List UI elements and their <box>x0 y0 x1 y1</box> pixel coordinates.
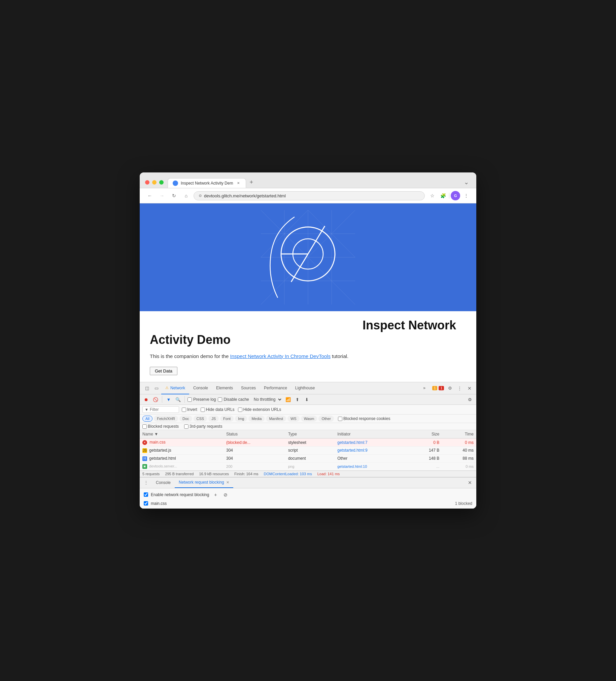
row-name-main-css[interactable]: ✕ main.css <box>140 438 223 447</box>
add-pattern-button[interactable]: + <box>212 491 219 499</box>
clear-button[interactable]: 🚫 <box>152 396 159 403</box>
invert-checkbox[interactable]: Invert <box>182 407 197 412</box>
active-tab[interactable]: Inspect Network Activity Dem ✕ <box>168 178 246 188</box>
new-tab-button[interactable]: + <box>246 177 257 188</box>
close-button[interactable] <box>145 180 150 184</box>
type-btn-manifest[interactable]: Manifest <box>266 415 286 422</box>
tab-network[interactable]: ⚠ Network <box>161 382 189 395</box>
tab-console-bottom[interactable]: Console <box>152 477 175 488</box>
blocking-item[interactable]: main.css 1 blocked <box>144 501 472 506</box>
maximize-button[interactable] <box>159 180 164 184</box>
clear-patterns-button[interactable]: ⊘ <box>222 491 229 499</box>
bookmark-icon[interactable]: ☆ <box>428 191 437 200</box>
download-icon[interactable]: ⬇ <box>303 396 311 403</box>
url-bar[interactable]: ⚙ devtools.glitch.me/network/getstarted.… <box>193 191 425 200</box>
filter-input-wrapper[interactable]: ▼ <box>142 406 179 413</box>
table-row[interactable]: JS getstarted.js 304 script getstarted.h… <box>140 446 476 454</box>
tab-network-request-blocking-close[interactable]: ✕ <box>226 480 229 485</box>
wifi-icon[interactable]: 📶 <box>285 396 292 403</box>
type-btn-css[interactable]: CSS <box>193 415 207 422</box>
window-chevron-icon[interactable]: ⌄ <box>462 176 471 188</box>
get-data-button[interactable]: Get Data <box>150 367 178 375</box>
col-type[interactable]: Type <box>286 430 334 438</box>
row-initiator-devtools[interactable]: getstarted.html:10 <box>334 462 409 470</box>
bottom-panel-close-button[interactable]: ✕ <box>466 479 474 486</box>
type-btn-media[interactable]: Media <box>248 415 265 422</box>
table-row[interactable]: H getstarted.html 304 document Other 148… <box>140 454 476 462</box>
third-party-input[interactable] <box>184 424 188 429</box>
tab-elements[interactable]: Elements <box>212 382 237 395</box>
type-btn-font[interactable]: Font <box>220 415 234 422</box>
devtools-more-icon[interactable]: ⋮ <box>455 384 464 393</box>
tab-close-button[interactable]: ✕ <box>236 180 241 186</box>
table-row[interactable]: ✕ main.css (blocked:de... stylesheet get… <box>140 438 476 447</box>
type-btn-img[interactable]: Img <box>235 415 247 422</box>
col-status[interactable]: Status <box>223 430 286 438</box>
row-name-getstarted-js[interactable]: JS getstarted.js <box>140 446 223 454</box>
invert-input[interactable] <box>182 407 186 412</box>
reload-button[interactable]: ↻ <box>169 191 179 200</box>
filter-icon[interactable]: ▼ <box>165 396 172 403</box>
hide-ext-urls-checkbox[interactable]: Hide extension URLs <box>238 407 282 412</box>
row-initiator-getstarted-js[interactable]: getstarted.html:9 <box>334 446 409 454</box>
col-initiator[interactable]: Initiator <box>334 430 409 438</box>
network-table-container[interactable]: Name ▼ Status Type Initiator Size Time ✕… <box>140 430 476 471</box>
table-row[interactable]: ▣ devtools.server... 200 png getstarted.… <box>140 462 476 470</box>
tab-sources[interactable]: Sources <box>237 382 260 395</box>
col-name[interactable]: Name ▼ <box>140 430 223 438</box>
preserve-log-checkbox[interactable]: Preserve log <box>187 397 216 402</box>
blocked-requests-check[interactable]: Blocked requests <box>142 424 179 429</box>
blocked-response-cookies-check[interactable]: Blocked response cookies <box>338 416 390 421</box>
row-time-devtools: 0 ms <box>442 462 476 470</box>
home-button[interactable]: ⌂ <box>182 191 191 200</box>
row-name-getstarted-html[interactable]: H getstarted.html <box>140 454 223 462</box>
type-btn-wasm[interactable]: Wasm <box>301 415 317 422</box>
type-btn-js[interactable]: JS <box>208 415 219 422</box>
tab-console[interactable]: Console <box>189 382 212 395</box>
tab-performance[interactable]: Performance <box>260 382 291 395</box>
enable-blocking-checkbox[interactable] <box>144 493 148 497</box>
network-table: Name ▼ Status Type Initiator Size Time ✕… <box>140 430 476 471</box>
col-time[interactable]: Time <box>442 430 476 438</box>
profile-avatar[interactable]: G <box>451 191 460 200</box>
hide-data-urls-input[interactable] <box>200 407 205 412</box>
third-party-check[interactable]: 3rd-party requests <box>184 424 222 429</box>
minimize-button[interactable] <box>152 180 157 184</box>
type-btn-doc[interactable]: Doc <box>180 415 192 422</box>
tab-lighthouse[interactable]: Lighthouse <box>291 382 319 395</box>
bottom-panel-menu-icon[interactable]: ⋮ <box>142 479 150 486</box>
chrome-menu-icon[interactable]: ⋮ <box>461 191 471 200</box>
extension-icon[interactable]: 🧩 <box>438 191 448 200</box>
devtools-settings-icon[interactable]: ⚙ <box>445 384 455 393</box>
devtools-elements-icon[interactable]: ▭ <box>152 384 161 393</box>
type-btn-all[interactable]: All <box>142 415 153 422</box>
network-settings-icon[interactable]: ⚙ <box>466 396 474 403</box>
tab-network-request-blocking[interactable]: Network request blocking ✕ <box>175 477 233 488</box>
site-info-icon[interactable]: ⚙ <box>198 194 202 198</box>
devtools-device-icon[interactable]: ◫ <box>142 384 152 393</box>
hide-data-urls-checkbox[interactable]: Hide data URLs <box>200 407 235 412</box>
blocked-requests-input[interactable] <box>142 424 147 429</box>
disable-cache-checkbox[interactable]: Disable cache <box>218 397 249 402</box>
throttle-select[interactable]: No throttling <box>251 396 283 403</box>
disable-cache-input[interactable] <box>218 397 222 402</box>
more-tabs-button[interactable]: » <box>419 382 430 395</box>
hide-ext-urls-input[interactable] <box>238 407 242 412</box>
preserve-log-input[interactable] <box>187 397 192 402</box>
row-initiator-main-css[interactable]: getstarted.html:7 <box>334 438 409 447</box>
forward-button[interactable]: → <box>157 191 167 200</box>
tutorial-link[interactable]: Inspect Network Activity In Chrome DevTo… <box>230 353 330 359</box>
upload-icon[interactable]: ⬆ <box>294 396 301 403</box>
search-icon[interactable]: 🔍 <box>175 396 182 403</box>
back-button[interactable]: ← <box>145 191 155 200</box>
devtools-close-button[interactable]: ✕ <box>465 384 474 393</box>
row-name-devtools[interactable]: ▣ devtools.server... <box>140 462 223 470</box>
blocking-item-checkbox[interactable] <box>144 501 148 506</box>
col-size[interactable]: Size <box>409 430 442 438</box>
type-btn-other[interactable]: Other <box>318 415 334 422</box>
blocked-response-cookies-input[interactable] <box>338 417 342 421</box>
record-button[interactable]: ⏺ <box>142 396 150 403</box>
type-btn-ws[interactable]: WS <box>288 415 300 422</box>
filter-input[interactable] <box>150 407 177 412</box>
type-btn-fetch-xhr[interactable]: Fetch/XHR <box>154 415 178 422</box>
